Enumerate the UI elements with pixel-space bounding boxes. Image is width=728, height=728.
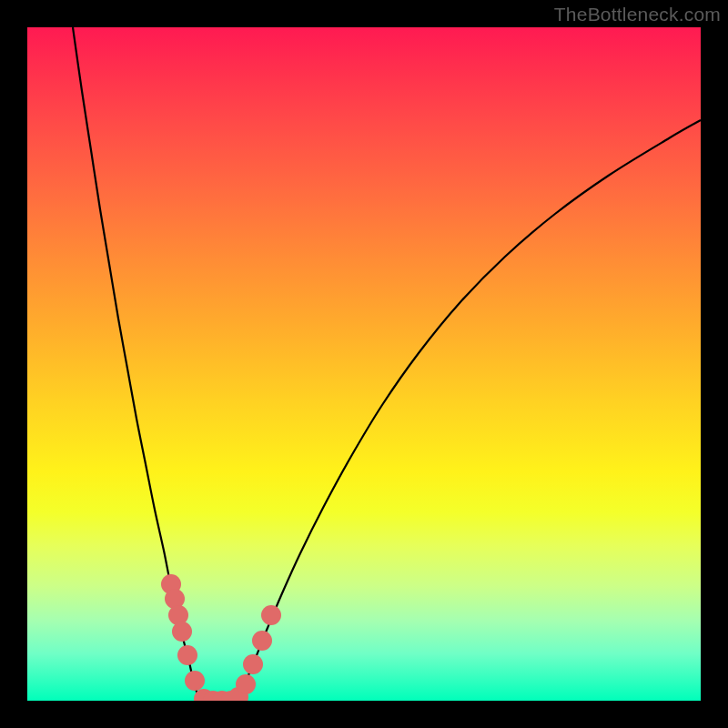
marker-dot <box>252 631 272 651</box>
marker-dot <box>177 645 197 665</box>
marker-dot <box>236 674 256 694</box>
marker-dots-group <box>161 574 281 701</box>
marker-dot <box>185 671 205 691</box>
marker-dot <box>243 654 263 674</box>
curve-layer <box>27 27 701 701</box>
curve-right-branch <box>237 120 701 701</box>
marker-dot <box>172 622 192 642</box>
marker-dot <box>261 605 281 625</box>
watermark-text: TheBottleneck.com <box>554 4 721 25</box>
chart-frame <box>27 27 701 701</box>
